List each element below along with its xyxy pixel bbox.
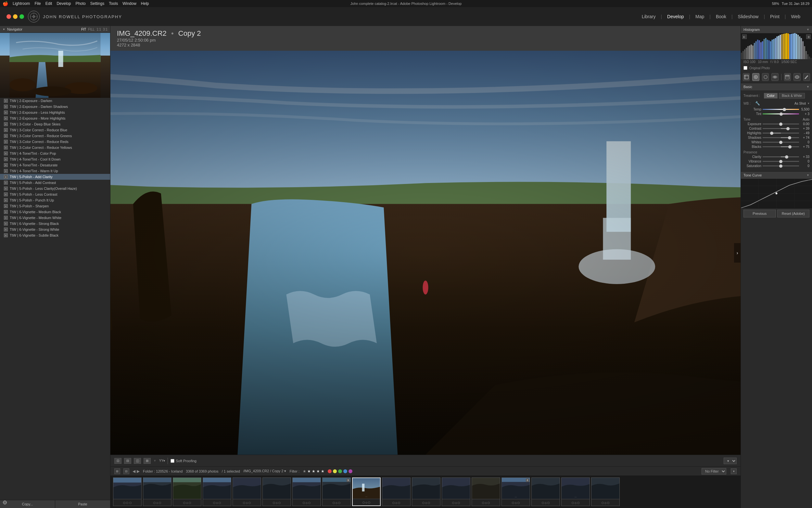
menu-lightroom[interactable]: Lightroom (13, 1, 30, 6)
menu-help[interactable]: Help (141, 1, 149, 6)
blacks-slider[interactable] (763, 146, 799, 147)
filmstrip-thumb-6[interactable]: ⬡ ◇ ⬡ (262, 477, 291, 506)
filmstrip-thumb-7[interactable]: ⬡ ◇ ⬡ (292, 477, 321, 506)
whites-slider[interactable] (763, 142, 799, 143)
preset-item[interactable]: ▪ TtW | 5-Polish - Punch It Up (0, 197, 110, 203)
highlights-slider[interactable] (763, 133, 799, 134)
next-image-arrow[interactable]: › (734, 243, 741, 263)
next-folder-arrow[interactable]: ▶ (137, 469, 140, 473)
filename-arrow-icon[interactable]: ▾ (284, 469, 286, 473)
temp-slider[interactable] (763, 109, 799, 110)
radial-filter-btn[interactable] (794, 73, 800, 81)
prev-folder-arrow[interactable]: ◀ (133, 469, 135, 473)
copy-button[interactable]: Copy... (0, 500, 55, 508)
preset-item[interactable]: ▪ TtW | 3-Color - Deep Blue Skies (0, 121, 110, 127)
wb-eyedropper-icon[interactable]: 🔧 (755, 101, 760, 105)
adjustment-brush-btn[interactable] (803, 73, 810, 81)
filter-dot-purple[interactable] (348, 469, 352, 473)
close-window-btn[interactable] (6, 14, 11, 19)
view-loupe-btn[interactable]: ⊡ (114, 458, 122, 464)
paste-button[interactable]: Paste (55, 500, 110, 508)
view-compare-btn[interactable]: ◫ (134, 458, 141, 464)
filmstrip-thumb-17[interactable]: ⬡ ◇ ⬡ (591, 477, 620, 506)
filmstrip-thumb-2[interactable]: ⬡ ◇ ⬡ (143, 477, 172, 506)
nav-develop[interactable]: Develop (662, 14, 689, 19)
nav-library[interactable]: Library (636, 14, 661, 19)
tint-slider[interactable] (763, 114, 799, 115)
filter-expand-icon[interactable]: ▾ (731, 468, 737, 474)
shadows-clipping-icon[interactable]: ◧ (742, 35, 747, 39)
navigator-header[interactable]: ▼ Navigator FIT FILL 1:1 3:1 (0, 26, 110, 33)
apple-logo-icon[interactable]: 🍎 (3, 1, 8, 6)
preset-item[interactable]: ▪ TtW | 2-Exposure - Less Highlights (0, 110, 110, 115)
preset-item[interactable]: ▪ TtW | 5-Polish - Less Clarity(Overall … (0, 185, 110, 192)
crop-tool-btn[interactable] (743, 73, 750, 81)
maximize-window-btn[interactable] (19, 14, 24, 19)
filter-star-5[interactable]: ★ (321, 469, 325, 473)
exposure-thumb[interactable] (779, 123, 782, 126)
filmstrip-thumb-4[interactable]: ⬡ ◇ ⬡ (203, 477, 231, 506)
menu-window[interactable]: Window (123, 1, 136, 6)
menu-edit[interactable]: Edit (45, 1, 52, 6)
nav-web[interactable]: Web (786, 14, 806, 19)
spot-removal-btn[interactable] (762, 73, 769, 81)
filter-star-3[interactable]: ★ (312, 469, 316, 473)
grid-view-icon[interactable]: ⊞ (114, 468, 120, 474)
preset-item[interactable]: ▪ TtW | 4-Tone/Tint - Color Pop (0, 151, 110, 156)
filmstrip-thumb-10[interactable]: ⬡ ◇ ⬡ (382, 477, 411, 506)
highlights-thumb[interactable] (770, 132, 773, 135)
filmstrip-thumb-selected[interactable]: ⬡ ◇ ⬡ ··· (352, 477, 381, 506)
filmstrip-thumb-14[interactable]: 2 ⬡ ◇ ⬡ ··· (501, 477, 530, 506)
filter-star-4[interactable]: ★ (316, 469, 320, 473)
filmstrip-thumb-1[interactable]: ⬡ ⬡ ⬡ (113, 477, 142, 506)
preset-item[interactable]: ▪ TtW | 2-Exposure - Darken Shadows (0, 104, 110, 110)
highlights-clipping-icon[interactable]: ◨ (806, 35, 811, 39)
menu-settings[interactable]: Settings (90, 1, 104, 6)
size-3to1-btn[interactable]: 3:1 (103, 28, 107, 31)
vibrance-thumb[interactable] (779, 160, 782, 163)
menu-develop[interactable]: Develop (56, 1, 71, 6)
size-fit-btn[interactable]: FIT (81, 28, 86, 31)
nav-slideshow[interactable]: Slideshow (733, 14, 764, 19)
menu-file[interactable]: File (35, 1, 41, 6)
contrast-thumb[interactable] (786, 127, 790, 130)
clarity-slider[interactable] (763, 156, 799, 157)
size-fill-btn[interactable]: FILL (88, 28, 95, 31)
preset-item[interactable]: ▪ TtW | 4-Tone/Tint - Cool It Down (0, 156, 110, 162)
view-grid-btn[interactable]: ⊞ (144, 458, 151, 464)
nav-book[interactable]: Book (711, 14, 731, 19)
red-eye-btn[interactable] (771, 73, 778, 81)
basic-section-header[interactable]: Basic ▼ (741, 83, 812, 90)
original-photo-checkbox[interactable] (744, 66, 747, 70)
preset-item[interactable]: ▪ TtW | 4-Tone/Tint - Warm It Up (0, 168, 110, 174)
whites-thumb[interactable] (779, 141, 782, 144)
histogram-header[interactable]: Histogram ▼ (741, 26, 812, 33)
preset-item[interactable]: ▪ TtW | 6-Vignette - Strong White (0, 226, 110, 232)
saturation-slider[interactable] (763, 165, 799, 166)
filmstrip-thumb-3[interactable]: ⬡ ◇ ⬡ (173, 477, 201, 506)
toolbar-date-dropdown[interactable]: YY▾ (159, 459, 165, 463)
no-filter-dropdown[interactable]: No Filter (702, 468, 726, 474)
preset-item[interactable]: ▪ TtW | 3-Color Correct - Reduce Yellows (0, 144, 110, 151)
filmstrip-thumb-15[interactable]: ⬡ ◇ ⬡ (531, 477, 560, 506)
filmstrip-thumb-5[interactable]: ⬡ ◇ ⬡ (233, 477, 261, 506)
filmstrip-thumb-16[interactable]: ⬡ ◇ ⬡ ··· (561, 477, 590, 506)
preset-item[interactable]: ▪ TtW | 2-Exposure - More Highlights (0, 115, 110, 121)
blacks-thumb[interactable] (788, 145, 792, 149)
nav-map[interactable]: Map (690, 14, 709, 19)
toolbar-mode-dropdown[interactable]: ▾ (724, 458, 737, 464)
treatment-bw-btn[interactable]: Black & White (779, 93, 805, 98)
preset-item[interactable]: ▪ TtW | 6-Vignette - Subtle Black (0, 232, 110, 238)
menu-photo[interactable]: Photo (75, 1, 85, 6)
preset-item[interactable]: ▪ TtW | 5-Polish - Less Contrast (0, 192, 110, 197)
filter-dot-red[interactable] (328, 469, 332, 473)
reset-button[interactable]: Reset (Adobe) (777, 210, 810, 217)
preset-item[interactable]: ▪ TtW | 6-Vignette - Strong Black (0, 221, 110, 226)
contrast-slider[interactable] (763, 128, 799, 129)
filmstrip-view-icon[interactable]: ⊟ (124, 468, 129, 474)
preset-item[interactable]: ▪ TtW | 5-Polish - Sharpen (0, 203, 110, 209)
filmstrip-thumb-11[interactable]: ⬡ ◇ ⬡ (412, 477, 440, 506)
vibrance-slider[interactable] (763, 161, 799, 162)
filmstrip-thumb-12[interactable]: ⬡ ◇ ⬡ (442, 477, 470, 506)
preset-item[interactable]: ▪ TtW | 4-Tone/Tint - Desaturate (0, 162, 110, 168)
